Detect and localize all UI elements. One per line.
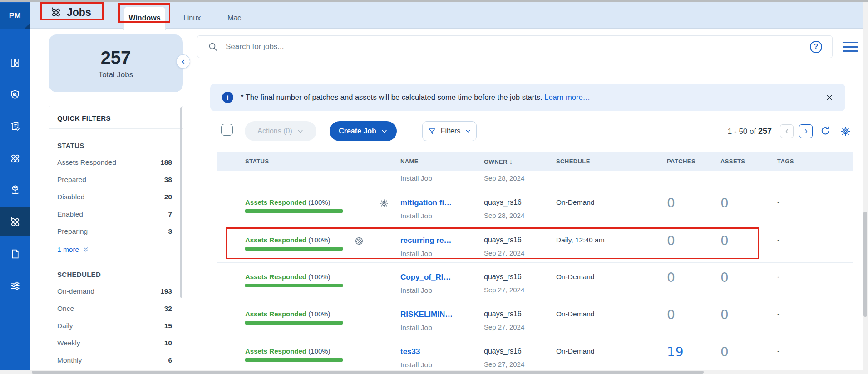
filter-status-prepared[interactable]: Prepared 38 [49, 171, 183, 188]
show-more-label: 1 more [57, 246, 79, 254]
filter-count: 20 [164, 193, 172, 201]
previous-page-button[interactable] [780, 124, 794, 138]
filter-count: 38 [164, 176, 172, 184]
actions-label: Actions (0) [257, 127, 292, 135]
pagination-range: 1 - 50 of 257 [728, 127, 772, 136]
sidebar-item-preferences[interactable] [0, 272, 30, 299]
job-owner: quays_rs16 [484, 347, 556, 355]
filter-scheduled-once[interactable]: Once 32 [49, 300, 183, 317]
table-row-tes33[interactable]: Assets Responded (100%) tes33 Install Jo… [217, 337, 853, 374]
job-name-link[interactable]: mitigation fi… [400, 198, 484, 207]
job-name-link[interactable]: tes33 [400, 347, 484, 356]
top-bar: Jobs Windows Linux Mac [30, 2, 868, 29]
actions-button[interactable]: Actions (0) [245, 121, 316, 141]
filter-label: Prepared [57, 176, 86, 184]
page-title: Jobs [67, 6, 91, 19]
horizontal-scrollbar-thumb[interactable] [32, 371, 704, 374]
sidebar-item-dashboard[interactable] [0, 49, 30, 76]
patches-count: 0 [667, 196, 720, 211]
gear-icon [379, 198, 389, 208]
job-date: Sep 27, 2024 [484, 249, 556, 257]
filters-label: Filters [441, 127, 461, 135]
document-icon [10, 248, 21, 260]
total-jobs-count: 257 [101, 48, 131, 68]
create-job-button[interactable]: Create Job [330, 121, 397, 141]
column-header-assets[interactable]: ASSETS [720, 158, 777, 165]
sidebar-item-deployments[interactable] [0, 177, 30, 203]
status-progress-bar [245, 321, 343, 325]
refresh-icon[interactable] [818, 124, 833, 138]
filter-scheduled-weekly[interactable]: Weekly 10 [49, 335, 183, 352]
sliders-icon [9, 280, 21, 292]
column-header-patches[interactable]: PATCHES [667, 158, 720, 165]
filter-status-enabled[interactable]: Enabled 7 [49, 206, 183, 223]
assets-count: 0 [720, 196, 777, 211]
double-chevron-down-icon [83, 246, 89, 253]
learn-more-link[interactable]: Learn more… [544, 93, 590, 101]
menu-icon[interactable] [843, 42, 858, 52]
column-header-name[interactable]: NAME [400, 158, 484, 165]
status-show-more-link[interactable]: 1 more [49, 240, 183, 261]
tab-mac[interactable]: Mac [221, 7, 248, 29]
filter-label: Disabled [57, 193, 84, 201]
sidebar-item-jobs[interactable] [0, 207, 30, 236]
column-header-owner[interactable]: OWNER ↓ [484, 157, 556, 165]
job-schedule: On-Demand [556, 273, 667, 281]
filter-label: On-demand [57, 287, 94, 295]
tab-windows[interactable]: Windows [123, 6, 166, 30]
job-schedule: On-Demand [556, 310, 667, 318]
vertical-scrollbar-thumb[interactable] [863, 212, 867, 317]
table-row-recurring[interactable]: Assets Responded (100%) recurring re… In… [217, 226, 853, 263]
filters-button[interactable]: Filters [422, 121, 477, 141]
select-all-checkbox[interactable] [221, 124, 233, 136]
column-header-schedule[interactable]: SCHEDULE [556, 158, 667, 165]
filter-scheduled-daily[interactable]: Daily 15 [49, 317, 183, 335]
table-row-copy-of-ri[interactable]: Assets Responded (100%) Copy_of_RI… Inst… [217, 263, 853, 300]
sidebar-item-security-scan[interactable] [0, 82, 30, 108]
collapse-panel-button[interactable] [176, 54, 190, 69]
table-row-riskelimin[interactable]: Assets Responded (100%) RISKELIMIN… Inst… [217, 300, 853, 337]
filter-label: Assets Responded [57, 158, 116, 167]
job-name-link[interactable]: recurring re… [400, 236, 484, 245]
horizontal-scrollbar[interactable] [0, 370, 868, 374]
help-icon[interactable]: ? [810, 41, 822, 53]
table-row-mitigation[interactable]: Assets Responded (100%) mitigation fi… I… [217, 188, 853, 226]
search-input[interactable] [226, 42, 803, 51]
filter-count: 7 [168, 210, 172, 218]
filter-count: 15 [164, 322, 172, 330]
pagination: 1 - 50 of 257 [728, 121, 853, 142]
sidebar-item-patches[interactable] [0, 145, 30, 172]
filters-panel-scrollbar[interactable] [180, 107, 182, 298]
job-name-link[interactable]: Copy_of_RI… [400, 273, 484, 282]
patches-count-link[interactable]: 19 [667, 344, 720, 359]
job-name-link[interactable]: RISKELIMIN… [400, 310, 484, 319]
filter-scheduled-monthly[interactable]: Monthly 6 [49, 352, 183, 369]
pagination-total: 257 [758, 127, 772, 136]
tab-linux[interactable]: Linux [176, 7, 208, 29]
filter-status-disabled[interactable]: Disabled 20 [49, 188, 183, 206]
status-badge: Assets Responded [245, 347, 306, 355]
dashboard-icon [9, 57, 21, 69]
sidebar-item-inventory[interactable] [0, 113, 30, 139]
column-header-status[interactable]: STATUS [245, 158, 400, 165]
inventory-box-icon [9, 120, 21, 132]
job-tags: - [777, 310, 853, 318]
filter-status-preparing[interactable]: Preparing 3 [49, 223, 183, 240]
assets-count: 0 [720, 307, 777, 322]
column-header-tags[interactable]: TAGS [777, 158, 853, 165]
filter-scheduled-on-demand[interactable]: On-demand 193 [49, 283, 183, 300]
vertical-scrollbar[interactable] [863, 2, 868, 370]
next-page-button[interactable] [799, 124, 813, 138]
job-tags: - [777, 236, 853, 244]
job-type: Install Job [400, 286, 484, 295]
table-settings-gear-icon[interactable] [838, 124, 853, 138]
filter-label: Preparing [57, 227, 88, 236]
banner-close-icon[interactable] [825, 94, 833, 102]
sidebar-item-documents[interactable] [0, 241, 30, 267]
table-row-partial[interactable]: Install Job Sep 28, 2024 [217, 171, 853, 188]
status-percent: (100%) [308, 236, 330, 244]
page-title-group: Jobs [50, 6, 91, 19]
app-logo: PM [0, 3, 30, 29]
status-progress-bar [245, 247, 343, 251]
filter-status-assets-responded[interactable]: Assets Responded 188 [49, 154, 183, 171]
